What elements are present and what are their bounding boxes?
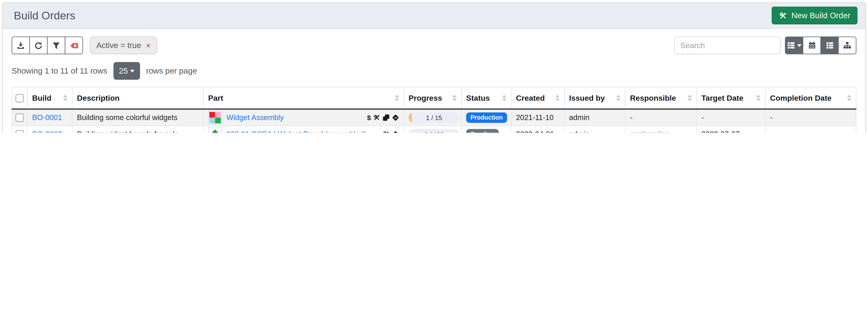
new-build-order-label: New Build Order — [792, 11, 850, 20]
column-label: Target Date — [701, 94, 743, 102]
select-cell — [12, 126, 27, 133]
column-header-created[interactable]: Created — [511, 87, 564, 109]
sort-icon[interactable] — [449, 95, 457, 101]
row-checkbox[interactable] — [16, 114, 24, 122]
progress-bar: 1 / 15 — [409, 112, 460, 123]
new-build-order-button[interactable]: New Build Order — [771, 7, 858, 24]
select-all-checkbox[interactable] — [16, 94, 24, 102]
build-link[interactable]: BO-0001 — [32, 113, 62, 122]
rows-per-page-text: rows per page — [146, 66, 197, 76]
directions-icon — [392, 131, 399, 133]
tools-icon — [779, 11, 787, 20]
column-header-status[interactable]: Status — [461, 87, 511, 109]
column-header-build[interactable]: Build — [27, 87, 72, 109]
column-label: Status — [466, 94, 490, 102]
column-label: Part — [208, 94, 223, 102]
backspace-icon — [69, 41, 79, 50]
download-icon — [17, 41, 25, 50]
table-row: BO-0002Building widget boards for sale00… — [12, 126, 856, 133]
panel-header: Build Orders New Build Order — [3, 3, 865, 29]
sort-icon[interactable] — [613, 95, 621, 101]
page: Build Orders New Build Order — [0, 0, 868, 133]
page-title: Build Orders — [14, 9, 75, 22]
progress-bar: 0 / 100 — [409, 129, 460, 133]
description-cell: Building some colorful widgets — [72, 109, 204, 126]
sort-icon[interactable] — [684, 95, 692, 101]
calendar-view-button[interactable] — [803, 36, 821, 54]
columns-view-button[interactable] — [785, 36, 803, 54]
table-row: BO-0001Building some colorful widgetsWid… — [12, 109, 856, 126]
sort-icon[interactable] — [552, 95, 560, 101]
column-label: Completion Date — [770, 94, 832, 102]
refresh-icon — [34, 41, 42, 50]
status-badge: Pending — [466, 129, 499, 133]
build-cell: BO-0002 — [27, 126, 72, 133]
tools-icon — [373, 114, 380, 121]
responsible-cell: engineering — [625, 126, 697, 133]
target-date-cell: - — [697, 109, 765, 126]
search-input[interactable] — [674, 36, 780, 54]
sort-icon[interactable] — [844, 95, 851, 101]
tree-view-button[interactable] — [838, 36, 857, 54]
showing-text: Showing 1 to 11 of 11 rows — [11, 66, 107, 76]
list-view-button[interactable] — [820, 36, 839, 54]
sort-icon[interactable] — [60, 95, 67, 101]
responsible-cell: - — [625, 109, 697, 126]
sort-icon[interactable] — [391, 95, 399, 101]
status-cell: Production — [461, 109, 511, 126]
table-action-buttons — [11, 36, 83, 54]
part-cell: Widget Assembly$ — [204, 109, 404, 126]
created-cell: 2021-11-10 — [511, 109, 564, 126]
status-badge: Production — [466, 112, 507, 123]
column-label: Progress — [409, 94, 442, 102]
column-label: Description — [77, 94, 120, 102]
progress-cell: 1 / 15 — [404, 109, 461, 126]
view-mode-buttons — [785, 36, 857, 54]
column-label: Responsible — [630, 94, 676, 102]
column-label: Created — [516, 94, 545, 102]
progress-label: 1 / 15 — [409, 112, 460, 123]
page-size-value: 25 — [119, 66, 128, 76]
row-checkbox[interactable] — [16, 130, 24, 133]
issued-by-cell: admin — [564, 126, 625, 133]
column-label: Issued by — [569, 94, 605, 102]
dollar-icon: $ — [367, 114, 371, 121]
build-link[interactable]: BO-0002 — [32, 130, 62, 133]
clear-filters-button[interactable] — [65, 36, 83, 54]
chevron-down-icon — [797, 44, 801, 47]
select-cell — [12, 109, 27, 126]
active-filter-chip[interactable]: Active = true × — [90, 36, 157, 54]
part-cell: 002.01-PCBA | Widget Board (assembled) — [204, 126, 404, 133]
list-view-icon — [826, 41, 833, 49]
progress-cell: 0 / 100 — [404, 126, 461, 133]
part-thumbnail — [208, 111, 222, 125]
sort-icon[interactable] — [753, 95, 761, 101]
column-header-description: Description — [72, 87, 204, 109]
completion-date-cell: - — [765, 126, 856, 133]
build-cell: BO-0001 — [27, 109, 72, 126]
table-columns-icon — [787, 41, 795, 49]
chevron-down-icon — [130, 69, 134, 72]
column-header-target-date[interactable]: Target Date — [697, 87, 765, 109]
build-orders-panel: Build Orders New Build Order — [2, 2, 866, 133]
sort-icon[interactable] — [499, 95, 506, 101]
column-header-issued-by[interactable]: Issued by — [564, 87, 625, 109]
download-button[interactable] — [11, 36, 30, 54]
column-header-responsible[interactable]: Responsible — [625, 87, 697, 109]
tools-icon — [382, 131, 390, 133]
part-link[interactable]: Widget Assembly — [226, 113, 284, 122]
refresh-button[interactable] — [29, 36, 48, 54]
column-header-completion-date[interactable]: Completion Date — [765, 87, 856, 109]
remove-filter-icon[interactable]: × — [146, 41, 150, 50]
part-link[interactable]: 002.01-PCBA | Widget Board (assembled) — [226, 130, 366, 133]
progress-label: 0 / 100 — [409, 129, 460, 133]
issued-by-cell: admin — [564, 109, 625, 126]
filter-chip-label: Active = true — [96, 41, 141, 50]
filter-button[interactable] — [47, 36, 65, 54]
calendar-icon — [808, 41, 816, 49]
page-size-dropdown[interactable]: 25 — [114, 62, 140, 80]
created-cell: 2022-04-21 — [511, 126, 564, 133]
column-header-progress[interactable]: Progress — [404, 87, 461, 109]
column-header-part[interactable]: Part — [204, 87, 404, 109]
filter-icon — [52, 41, 60, 50]
